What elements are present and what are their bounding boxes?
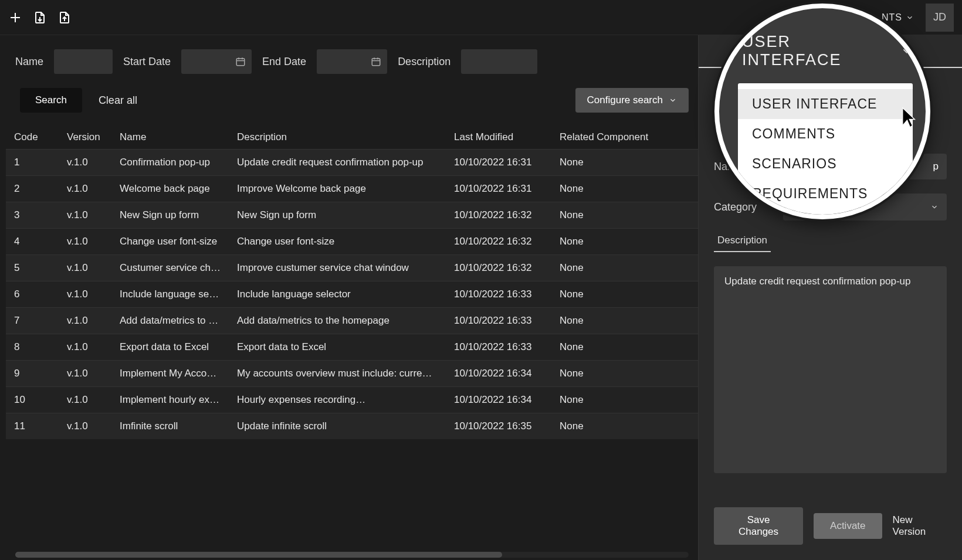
table-cell: 9: [6, 361, 59, 387]
table-row[interactable]: 4v.1.0Change user font-sizeChange user f…: [6, 229, 698, 255]
panel-selector-option[interactable]: COMMENTS: [738, 119, 913, 149]
export-file-icon[interactable]: [57, 11, 72, 25]
filter-start-input[interactable]: [181, 49, 252, 74]
table-cell: None: [551, 202, 698, 229]
calendar-icon: [371, 56, 381, 67]
table-cell: v.1.0: [59, 281, 111, 308]
table-cell: 10/10/2022 16:32: [446, 202, 551, 229]
table-cell: 10/10/2022 16:34: [446, 361, 551, 387]
table-row[interactable]: 5v.1.0Custumer service chat …Improve cus…: [6, 255, 698, 281]
table-cell: None: [551, 334, 698, 361]
filter-bar: Name Start Date End Date Description: [6, 35, 698, 88]
column-header[interactable]: Name: [111, 125, 229, 150]
table-cell: Include language selector: [229, 281, 446, 308]
scrollbar-thumb[interactable]: [15, 552, 502, 558]
table-cell: Imfinite scroll: [111, 413, 229, 440]
new-version-button[interactable]: New Version: [893, 514, 947, 538]
table-cell: 10: [6, 387, 59, 413]
column-header[interactable]: Code: [6, 125, 59, 150]
import-file-icon[interactable]: [33, 11, 47, 25]
table-cell: Welcome back page: [111, 176, 229, 202]
table-cell: Add data/metrics to th…: [111, 308, 229, 334]
table-cell: v.1.0: [59, 176, 111, 202]
table-cell: Export data to Excel: [229, 334, 446, 361]
table-cell: Custumer service chat …: [111, 255, 229, 281]
column-header[interactable]: Version: [59, 125, 111, 150]
table-row[interactable]: 8v.1.0Export data to ExcelExport data to…: [6, 334, 698, 361]
table-row[interactable]: 11v.1.0Imfinite scrollUpdate infinite sc…: [6, 413, 698, 440]
table-cell: 10/10/2022 16:32: [446, 229, 551, 255]
column-header[interactable]: Last Modified: [446, 125, 551, 150]
table-cell: Update infinite scroll: [229, 413, 446, 440]
table-cell: 6: [6, 281, 59, 308]
table-row[interactable]: 2v.1.0Welcome back pageImprove Welcome b…: [6, 176, 698, 202]
table-cell: Improve custumer service chat window: [229, 255, 446, 281]
table-cell: None: [551, 255, 698, 281]
filter-start-label: Start Date: [123, 56, 171, 68]
detail-name-value: p: [933, 161, 939, 172]
filter-end-input[interactable]: [317, 49, 387, 74]
table-cell: 10/10/2022 16:31: [446, 150, 551, 176]
chevron-down-icon: [930, 203, 939, 211]
horizontal-scrollbar[interactable]: [15, 552, 689, 558]
filter-desc-input[interactable]: [461, 49, 537, 74]
table-cell: 1: [6, 150, 59, 176]
table-cell: Implement hourly exp…: [111, 387, 229, 413]
table-cell: Improve Welcome back page: [229, 176, 446, 202]
table-cell: 3: [6, 202, 59, 229]
description-textarea[interactable]: Update credit request confirmation pop-u…: [714, 266, 947, 473]
table-cell: v.1.0: [59, 361, 111, 387]
results-table: CodeVersionNameDescriptionLast ModifiedR…: [6, 125, 698, 546]
table-cell: 10/10/2022 16:32: [446, 255, 551, 281]
table-cell: v.1.0: [59, 413, 111, 440]
table-cell: v.1.0: [59, 255, 111, 281]
panel-selector-menu: USER INTERFACECOMMENTSSCENARIOSREQUIREME…: [738, 83, 913, 215]
svg-rect-8: [372, 59, 380, 66]
panel-selector-option[interactable]: SCENARIOS: [738, 149, 913, 179]
configure-search-button[interactable]: Configure search: [575, 88, 689, 113]
chevron-down-icon: [669, 96, 677, 104]
table-row[interactable]: 10v.1.0Implement hourly exp…Hourly expen…: [6, 387, 698, 413]
magnifier-overlay: USER INTERFACE USER INTERFACECOMMENTSSCE…: [714, 4, 930, 219]
calendar-icon: [235, 56, 246, 67]
table-row[interactable]: 9v.1.0Implement My Accoun…My accounts ov…: [6, 361, 698, 387]
search-button[interactable]: Search: [20, 88, 82, 113]
description-tab[interactable]: Description: [714, 235, 771, 252]
table-row[interactable]: 6v.1.0Include language selec…Include lan…: [6, 281, 698, 308]
table-cell: None: [551, 229, 698, 255]
top-dropdown-label: NTS: [882, 12, 902, 23]
table-cell: Add data/metrics to the homepage: [229, 308, 446, 334]
table-cell: v.1.0: [59, 334, 111, 361]
avatar[interactable]: JD: [926, 4, 954, 32]
table-cell: None: [551, 361, 698, 387]
table-row[interactable]: 1v.1.0Confirmation pop-upUpdate credit r…: [6, 150, 698, 176]
panel-selector-dropdown[interactable]: USER INTERFACE: [738, 33, 913, 69]
save-changes-button[interactable]: Save Changes: [714, 507, 803, 545]
table-row[interactable]: 7v.1.0Add data/metrics to th…Add data/me…: [6, 308, 698, 334]
filter-end-label: End Date: [262, 56, 306, 68]
table-cell: My accounts overview must include: curre…: [229, 361, 446, 387]
table-row[interactable]: 3v.1.0New Sign up formNew Sign up form10…: [6, 202, 698, 229]
filter-desc-label: Description: [398, 56, 450, 68]
top-dropdown[interactable]: NTS: [882, 12, 914, 23]
table-cell: 10/10/2022 16:33: [446, 334, 551, 361]
table-cell: v.1.0: [59, 229, 111, 255]
filter-name-input[interactable]: [54, 49, 113, 74]
column-header[interactable]: Description: [229, 125, 446, 150]
table-cell: 8: [6, 334, 59, 361]
column-header[interactable]: Related Component: [551, 125, 698, 150]
table-cell: Implement My Accoun…: [111, 361, 229, 387]
table-cell: None: [551, 413, 698, 440]
table-cell: Export data to Excel: [111, 334, 229, 361]
table-cell: None: [551, 387, 698, 413]
activate-button[interactable]: Activate: [814, 513, 882, 539]
table-cell: Update credit request confirmation pop-u…: [229, 150, 446, 176]
plus-icon[interactable]: [8, 11, 22, 25]
table-cell: 4: [6, 229, 59, 255]
table-cell: v.1.0: [59, 150, 111, 176]
clear-all-button[interactable]: Clear all: [99, 94, 137, 107]
chevron-down-icon: [906, 13, 914, 22]
panel-selector-option[interactable]: USER INTERFACE: [738, 89, 913, 119]
panel-selector-label: USER INTERFACE: [742, 33, 892, 69]
table-cell: 10/10/2022 16:33: [446, 281, 551, 308]
